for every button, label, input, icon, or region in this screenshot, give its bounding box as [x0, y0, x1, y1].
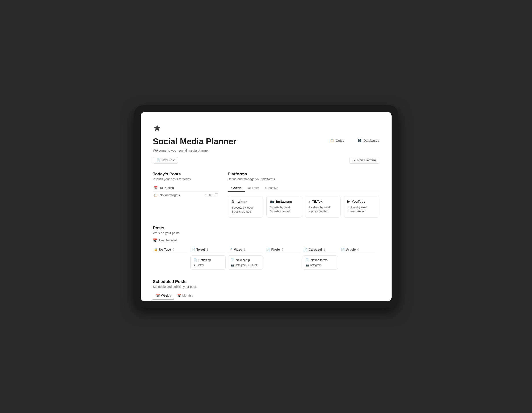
device-frame: ★ Social Media Planner Welcome to your s… — [134, 105, 398, 308]
databases-label: Databases — [363, 139, 379, 142]
post-group-no-type: 🔒 No Type 0 — [153, 246, 188, 271]
article-group-icon: 📄 — [341, 248, 345, 251]
platforms-tabs: ● Active ⏭ Later ■ Inactive — [228, 184, 379, 192]
later-tab-icon: ⏭ — [248, 186, 251, 190]
page-title: Social Media Planner — [153, 137, 330, 146]
page-content: ★ Social Media Planner Welcome to your s… — [141, 112, 392, 301]
posts-desc: Work on your posts — [153, 231, 379, 235]
notion-forms-instagram-tag: 📷 Instagram — [305, 263, 321, 267]
inactive-tab-icon: ■ — [265, 187, 266, 189]
platforms-section: Platforms Define and manage your platfor… — [228, 172, 379, 218]
platform-card-instagram[interactable]: 📷 Instagram 3 posts by week 3 posts crea… — [266, 196, 302, 218]
new-setup-title: New setup — [236, 258, 250, 262]
tab-inactive[interactable]: ■ Inactive — [262, 184, 281, 192]
notion-forms-icon: 📄 — [305, 258, 309, 262]
platform-card-tiktok[interactable]: ♪ TikTok 4 videos by week 2 posts create… — [305, 196, 341, 218]
tab-active[interactable]: ● Active — [228, 184, 245, 192]
carousel-group-icon: 📄 — [304, 248, 307, 251]
monthly-tab-label: Monthly — [182, 294, 193, 297]
main-two-col: Today's Posts Publish your posts for tod… — [153, 172, 379, 218]
scheduled-posts-title: Scheduled Posts — [153, 279, 379, 284]
post-card[interactable]: 📄 New setup 📷 Instagram ♪ Tik — [228, 255, 263, 270]
tab-later[interactable]: ⏭ Later — [245, 184, 262, 192]
notion-forms-instagram-icon: 📷 — [305, 263, 309, 267]
post-group-photo: 📄 Photo 0 — [265, 246, 300, 271]
notion-widgets-label: Notion widgets — [160, 193, 180, 197]
weekly-tab-label: Weekly — [161, 294, 171, 297]
new-platform-button[interactable]: ★ New Platform — [350, 157, 379, 164]
posts-groups: 🔒 No Type 0 📄 Tweet 1 — [153, 246, 379, 271]
notion-forms-instagram-label: Instagram — [310, 263, 321, 267]
todays-posts-section: Today's Posts Publish your posts for tod… — [153, 172, 219, 218]
instagram-icon: 📷 — [270, 200, 274, 204]
instagram-stat2: 3 posts created — [270, 210, 298, 213]
tab-monthly[interactable]: 📅 Monthly — [174, 292, 196, 300]
active-tab-label: Active — [233, 186, 242, 190]
new-setup-tiktok-tag: ♪ TikTok — [248, 263, 257, 267]
post-group-video: 📄 Video 1 📄 New setup 📷 — [228, 246, 263, 271]
tiktok-tag-label: TikTok — [250, 263, 257, 267]
twitter-tag-icon: 𝕏 — [193, 263, 195, 267]
list-item[interactable]: 📅 To Publish — [153, 184, 219, 192]
scheduled-posts-section: Scheduled Posts Schedule and publish you… — [153, 279, 379, 301]
scheduled-posts-desc: Schedule and publish your posts — [153, 285, 379, 289]
guide-link[interactable]: 📋 Guide — [330, 139, 344, 143]
tab-weekly[interactable]: 📅 Weekly — [153, 292, 174, 300]
weekly-tab-icon: 📅 — [156, 294, 160, 297]
star-icon: ★ — [153, 122, 379, 133]
filter-label[interactable]: Unscheduled — [159, 238, 177, 242]
carousel-count: 1 — [323, 248, 325, 251]
posts-filter-row: 📅 Unscheduled — [153, 238, 379, 243]
new-post-button[interactable]: 📄 New Post — [153, 157, 178, 164]
page-subtitle: Welcome to your social media planner — [153, 149, 330, 152]
schedule-tabs: 📅 Weekly 📅 Monthly — [153, 292, 379, 300]
tweet-count: 1 — [207, 248, 208, 251]
twitter-name: Twitter — [236, 200, 247, 204]
todays-posts-desc: Publish your posts for today — [153, 177, 219, 181]
new-setup-icon: 📄 — [231, 258, 234, 262]
to-publish-label: To Publish — [160, 186, 174, 190]
later-tab-label: Later — [252, 186, 259, 190]
instagram-stat1: 3 posts by week — [270, 206, 298, 209]
notion-forms-title: Notion forms — [311, 258, 328, 262]
active-tab-icon: ● — [231, 187, 232, 189]
post-card[interactable]: 📄 Notion forms 📷 Instagram — [303, 255, 338, 270]
filter-icon: 📅 — [153, 238, 157, 243]
notion-tip-twitter-tag: 𝕏 Twitter — [193, 263, 204, 267]
platforms-title: Platforms — [228, 172, 379, 177]
youtube-icon: ▶ — [347, 200, 350, 204]
photo-label: Photo — [271, 248, 280, 251]
new-post-icon: 📄 — [156, 159, 160, 162]
platform-card-youtube[interactable]: ▶ YouTube 1 video by week 1 post created — [344, 196, 379, 218]
photo-count: 0 — [282, 248, 283, 251]
inactive-tab-label: Inactive — [268, 186, 278, 190]
article-count: 0 — [357, 248, 359, 251]
tweet-label: Tweet — [197, 248, 205, 251]
new-platform-icon: ★ — [353, 159, 356, 162]
youtube-stat1: 1 video by week — [347, 206, 376, 209]
photo-group-icon: 📄 — [266, 248, 270, 251]
platform-card-twitter[interactable]: 𝕏 Twitter 5 tweets by week 3 posts creat… — [228, 196, 264, 218]
video-group-icon: 📄 — [229, 248, 232, 251]
post-card[interactable]: 📄 Notion tip 𝕏 Twitter — [190, 255, 226, 270]
post-group-article: 📄 Article 0 — [340, 246, 375, 271]
post-group-tweet: 📄 Tweet 1 📄 Notion tip 𝕏 — [190, 246, 226, 271]
notion-tip-title: Notion tip — [199, 258, 211, 262]
article-label: Article — [346, 248, 356, 251]
new-post-label: New Post — [162, 159, 175, 162]
post-group-carousel: 📄 Carousel 1 📄 Notion forms 📷 — [303, 246, 338, 271]
monthly-tab-icon: 📅 — [177, 294, 181, 297]
tiktok-icon: ♪ — [309, 200, 311, 203]
list-item[interactable]: 📋 Notion widgets 18:00 — [153, 192, 219, 199]
youtube-name: YouTube — [352, 200, 365, 203]
databases-link[interactable]: 🗄️ Databases — [358, 139, 379, 143]
tiktok-stat2: 2 posts created — [309, 209, 337, 213]
tiktok-tag-icon: ♪ — [248, 263, 249, 267]
notion-widgets-checkbox[interactable] — [215, 193, 218, 197]
twitter-stat2: 3 posts created — [232, 210, 260, 213]
carousel-label: Carousel — [309, 248, 322, 251]
guide-icon: 📋 — [330, 139, 334, 143]
platforms-grid: 𝕏 Twitter 5 tweets by week 3 posts creat… — [228, 196, 379, 218]
new-platform-label: New Platform — [357, 159, 376, 162]
instagram-tag-icon: 📷 — [231, 263, 234, 267]
